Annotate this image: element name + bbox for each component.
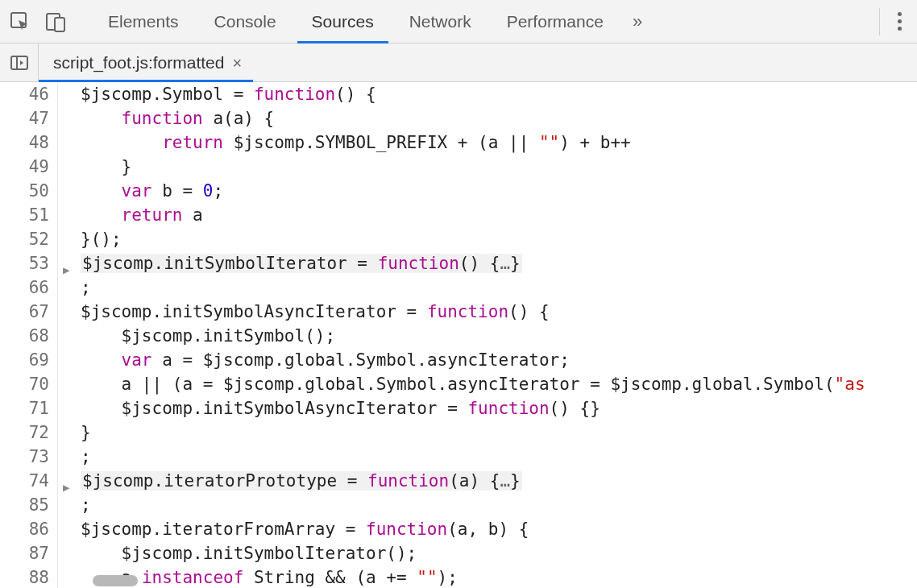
line-number[interactable]: 46 (0, 82, 49, 106)
tab-elements[interactable]: Elements (90, 0, 197, 43)
svg-rect-3 (11, 56, 27, 69)
code-line[interactable]: var a = $jscomp.global.Symbol.asyncItera… (81, 348, 917, 372)
svg-rect-2 (55, 18, 64, 31)
line-number-gutter: 4647484950515253666768697071727374858687… (0, 82, 58, 588)
line-number[interactable]: 72 (0, 420, 49, 445)
line-number[interactable]: 67 (0, 300, 49, 324)
line-number[interactable]: 73 (0, 445, 49, 469)
code-line[interactable]: $jscomp.initSymbolAsyncIterator = functi… (81, 396, 917, 420)
fold-toggle-icon[interactable]: ▶ (63, 475, 69, 499)
code-line[interactable]: ; (81, 445, 917, 469)
line-number[interactable]: 87 (0, 541, 49, 565)
code-line[interactable]: return a (81, 203, 917, 227)
line-number[interactable]: 74 (0, 469, 49, 493)
toolbar-left-icons (10, 11, 90, 32)
line-number[interactable]: 48 (0, 130, 49, 155)
code-line[interactable]: function a(a) { (81, 106, 917, 130)
inspect-element-icon[interactable] (10, 11, 31, 32)
code-line[interactable]: $jscomp.Symbol = function() { (81, 82, 917, 106)
line-number[interactable]: 49 (0, 155, 49, 179)
code-line[interactable]: return $jscomp.SYMBOL_PREFIX + (a || "")… (81, 130, 917, 155)
code-line[interactable]: $jscomp.initSymbolIterator = function() … (81, 251, 917, 275)
toolbar-divider (879, 8, 880, 35)
code-line[interactable]: $jscomp.iteratorFromArray = function(a, … (81, 517, 917, 541)
fold-gutter: ▶▶ (58, 82, 81, 588)
code-line[interactable]: var b = 0; (81, 179, 917, 203)
line-number[interactable]: 47 (0, 106, 49, 130)
line-number[interactable]: 51 (0, 203, 49, 227)
file-tab-label: script_foot.js:formatted (53, 53, 224, 72)
close-icon[interactable]: × (232, 55, 242, 71)
code-line[interactable]: a instanceof String && (a += ""); (81, 565, 917, 588)
code-line[interactable]: $jscomp.iteratorPrototype = function(a) … (81, 469, 917, 493)
line-number[interactable]: 68 (0, 324, 49, 348)
code-content[interactable]: $jscomp.Symbol = function() { function a… (81, 82, 917, 588)
line-number[interactable]: 88 (0, 565, 49, 588)
code-line[interactable]: } (81, 155, 917, 179)
code-line[interactable]: ; (81, 275, 917, 300)
line-number[interactable]: 71 (0, 396, 49, 420)
line-number[interactable]: 52 (0, 227, 49, 251)
line-number[interactable]: 66 (0, 275, 49, 300)
code-line[interactable]: }(); (81, 227, 917, 251)
device-toggle-icon[interactable] (45, 11, 66, 32)
line-number[interactable]: 50 (0, 179, 49, 203)
file-tab-active[interactable]: script_foot.js:formatted × (39, 43, 253, 81)
tab-performance[interactable]: Performance (489, 0, 621, 43)
line-number[interactable]: 53 (0, 251, 49, 275)
horizontal-scrollbar-thumb[interactable] (93, 575, 138, 586)
code-line[interactable]: a || (a = $jscomp.global.Symbol.asyncIte… (81, 372, 917, 396)
line-number[interactable]: 85 (0, 493, 49, 517)
line-number[interactable]: 70 (0, 372, 49, 396)
tabs-overflow-button[interactable]: » (621, 11, 649, 32)
code-line[interactable]: $jscomp.initSymbolAsyncIterator = functi… (81, 300, 917, 324)
line-number[interactable]: 69 (0, 348, 49, 372)
file-tab-bar: script_foot.js:formatted × (0, 43, 917, 82)
code-line[interactable]: } (81, 420, 917, 445)
tab-sources[interactable]: Sources (294, 0, 392, 43)
code-line[interactable]: ; (81, 493, 917, 517)
source-editor[interactable]: 4647484950515253666768697071727374858687… (0, 82, 917, 588)
navigator-toggle-button[interactable] (0, 43, 39, 81)
tab-console[interactable]: Console (197, 0, 294, 43)
more-options-button[interactable] (888, 6, 911, 37)
fold-toggle-icon[interactable]: ▶ (63, 258, 69, 282)
code-line[interactable]: $jscomp.initSymbol(); (81, 324, 917, 348)
tab-network[interactable]: Network (392, 0, 489, 43)
main-tabs: Elements Console Sources Network Perform… (90, 0, 621, 43)
code-line[interactable]: $jscomp.initSymbolIterator(); (81, 541, 917, 565)
line-number[interactable]: 86 (0, 517, 49, 541)
devtools-toolbar: Elements Console Sources Network Perform… (0, 0, 917, 43)
